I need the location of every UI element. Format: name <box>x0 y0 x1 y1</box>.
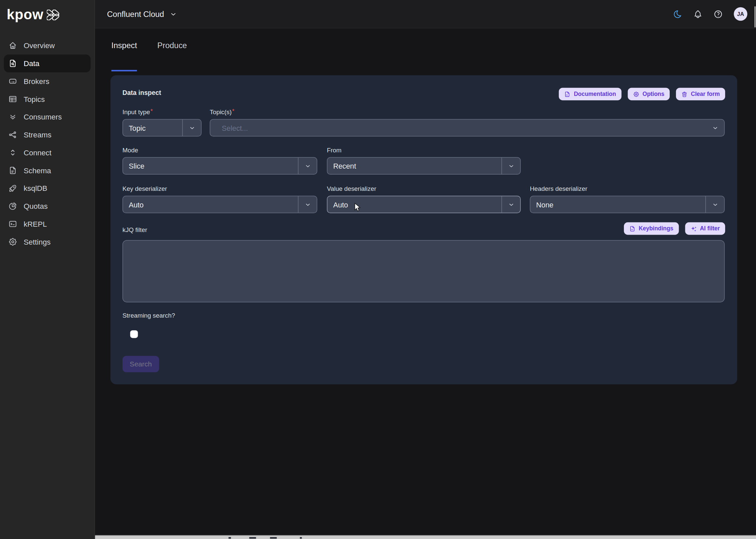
file-search-icon <box>8 59 18 68</box>
kpow-logo-chevrons-icon <box>47 9 63 20</box>
topics-placeholder: Select... <box>210 124 706 132</box>
sidebar-item-brokers[interactable]: Brokers <box>4 72 91 90</box>
share-icon <box>8 130 18 139</box>
unfold-icon <box>8 148 18 157</box>
kjq-filter-textarea[interactable] <box>122 240 725 302</box>
chevron-down-icon <box>508 163 514 169</box>
topbar: Confluent Cloud JA <box>95 0 756 29</box>
required-asterisk: * <box>232 108 235 115</box>
sidebar-item-krepl[interactable]: kREPL <box>4 215 91 233</box>
tab-bar: Inspect Produce <box>112 41 187 57</box>
sidebar-item-label: Brokers <box>24 77 49 86</box>
sidebar-item-consumers[interactable]: Consumers <box>4 108 91 126</box>
server-icon <box>8 77 18 86</box>
sidebar-item-schema[interactable]: Schema <box>4 162 91 180</box>
headers-deserializer-value: None <box>530 200 705 209</box>
value-deserializer-value: Auto <box>327 200 501 209</box>
mode-value: Slice <box>123 162 298 170</box>
notifications-bell-icon[interactable] <box>693 9 703 19</box>
clear-form-label: Clear form <box>691 91 720 97</box>
main-content: Inspect Produce Data inspect Documentati… <box>95 29 756 539</box>
ai-filter-button[interactable]: AI filter <box>685 222 725 235</box>
kjq-filter-buttons: Keybindings AI filter <box>624 222 725 235</box>
sidebar-item-label: Settings <box>24 238 50 246</box>
scrollbar-sliver[interactable] <box>754 6 756 28</box>
key-deserializer-value: Auto <box>123 200 298 209</box>
options-label: Options <box>643 91 664 97</box>
streaming-search-checkbox[interactable] <box>130 330 138 338</box>
key-deserializer-select[interactable]: Auto <box>122 196 317 213</box>
kpow-logo-text: kpow <box>7 8 43 22</box>
input-type-label: Input type* <box>122 108 153 116</box>
input-type-value: Topic <box>123 124 182 132</box>
keybindings-button[interactable]: Keybindings <box>624 222 679 235</box>
help-icon[interactable] <box>714 9 723 19</box>
sidebar-item-connect[interactable]: Connect <box>4 144 91 162</box>
rocket-icon <box>8 184 18 193</box>
input-type-select[interactable]: Topic <box>122 119 201 136</box>
gear-icon <box>8 237 18 247</box>
options-button[interactable]: Options <box>628 88 670 100</box>
headers-deserializer-label: Headers deserializer <box>530 185 587 193</box>
panel-header-buttons: Documentation Options Clear form <box>559 88 725 100</box>
from-label: From <box>327 147 341 154</box>
document-icon <box>564 91 570 97</box>
from-select[interactable]: Recent <box>327 157 521 175</box>
strip-mark <box>270 537 277 538</box>
app-window: kpow Overview Data Brokers <box>0 0 756 539</box>
sidebar-item-quotas[interactable]: Quotas <box>4 197 91 215</box>
document-icon <box>629 225 635 232</box>
sidebar-item-label: ksqlDB <box>24 184 47 193</box>
sidebar-item-streams[interactable]: Streams <box>4 126 91 144</box>
chevron-down-icon <box>508 201 514 208</box>
pie-chart-icon <box>8 201 18 211</box>
sidebar-item-label: Streams <box>24 130 51 139</box>
sidebar-item-label: Overview <box>24 41 55 50</box>
sidebar-item-label: Schema <box>24 166 51 175</box>
sidebar-item-data[interactable]: Data <box>4 54 91 72</box>
keybindings-label: Keybindings <box>639 225 673 232</box>
value-deserializer-label: Value deserializer <box>327 185 376 193</box>
file-text-icon <box>8 166 18 175</box>
avatar[interactable]: JA <box>734 7 747 21</box>
data-inspect-panel: Data inspect Documentation Options Clear… <box>111 75 737 384</box>
sidebar-item-label: Quotas <box>24 202 48 210</box>
sidebar-item-topics[interactable]: Topics <box>4 90 91 108</box>
sidebar-item-label: kREPL <box>24 220 47 228</box>
clear-form-button[interactable]: Clear form <box>676 88 725 100</box>
topics-label: Topic(s)* <box>210 108 234 116</box>
mode-select[interactable]: Slice <box>122 157 317 175</box>
strip-mark <box>300 537 302 538</box>
tab-inspect[interactable]: Inspect <box>112 41 137 71</box>
chevron-down-icon <box>304 201 311 208</box>
strip-mark <box>229 537 231 538</box>
sidebar: kpow Overview Data Brokers <box>0 0 95 539</box>
topics-select[interactable]: Select... <box>210 119 725 136</box>
home-icon <box>8 41 18 50</box>
search-button[interactable]: Search <box>122 356 159 372</box>
headers-deserializer-select[interactable]: None <box>530 196 725 213</box>
table-icon <box>8 95 18 104</box>
chevrons-down-icon <box>8 113 18 122</box>
required-asterisk: * <box>150 108 153 115</box>
value-deserializer-select[interactable]: Auto <box>327 196 521 213</box>
kpow-logo: kpow <box>7 8 63 22</box>
environment-selector[interactable]: Confluent Cloud <box>107 0 177 28</box>
strip-mark <box>249 537 256 538</box>
trash-icon <box>681 91 688 97</box>
sidebar-item-ksqldb[interactable]: ksqlDB <box>4 179 91 197</box>
sidebar-item-label: Topics <box>24 95 45 103</box>
dark-mode-moon-icon[interactable] <box>673 9 682 19</box>
from-value: Recent <box>327 162 501 170</box>
gear-icon <box>633 91 639 97</box>
topbar-actions: JA <box>673 0 747 28</box>
tab-produce[interactable]: Produce <box>157 41 187 57</box>
documentation-button[interactable]: Documentation <box>559 88 621 100</box>
sidebar-item-label: Connect <box>24 148 51 157</box>
documentation-label: Documentation <box>574 91 616 97</box>
sidebar-item-overview[interactable]: Overview <box>4 37 91 54</box>
chevron-down-icon <box>712 125 718 131</box>
panel-title: Data inspect <box>122 89 161 97</box>
sidebar-item-settings[interactable]: Settings <box>4 233 91 251</box>
chevron-down-icon <box>170 10 177 18</box>
